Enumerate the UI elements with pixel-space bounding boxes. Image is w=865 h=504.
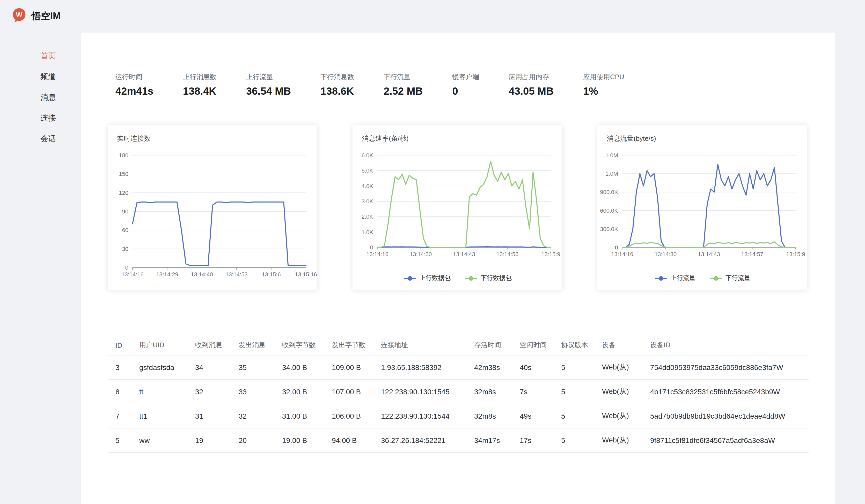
table-header-row: ID用户UID收到消息发出消息收到字节数发出字节数连接地址存活时间空闲时间协议版… <box>108 335 809 355</box>
legend-label: 上行流量 <box>671 274 695 282</box>
table-row: 5ww192019.00 B94.00 B36.27.26.184:522213… <box>108 428 809 453</box>
legend-item[interactable]: 上行数据包 <box>403 274 451 282</box>
table-cell: 33 <box>231 379 274 404</box>
stat-label: 上行流量 <box>246 72 291 82</box>
legend-item[interactable]: 下行数据包 <box>464 274 512 282</box>
table-cell: 9f8711c5f81dfe6f34567a5adf6a3e8aW <box>643 428 809 453</box>
table-header-cell: 设备ID <box>643 335 809 355</box>
stat-app-memory: 应用占用内存 43.05 MB <box>509 72 553 97</box>
svg-text:13:15:9: 13:15:9 <box>786 251 805 257</box>
connections-table-body: 3gsfdasfsda343534.00 B109.00 B1.93.65.18… <box>108 355 809 453</box>
svg-text:120: 120 <box>119 190 128 196</box>
sidebar-item-connections[interactable]: 连接 <box>0 113 81 123</box>
table-cell: 36.27.26.184:52221 <box>373 428 466 453</box>
table-cell: 107.00 B <box>324 379 373 404</box>
table-cell: 34.00 B <box>274 355 324 379</box>
chart-legend: 上行流量下行流量 <box>597 274 807 282</box>
svg-text:13:14:30: 13:14:30 <box>655 251 677 257</box>
table-cell: 35 <box>231 355 274 379</box>
svg-text:13:15:6: 13:15:6 <box>262 271 280 278</box>
table-cell: 106.00 B <box>324 404 373 428</box>
table-header-cell: 设备 <box>594 335 643 355</box>
top-header: W 悟空IM <box>0 0 60 32</box>
svg-text:13:14:43: 13:14:43 <box>453 251 475 257</box>
table-cell: Web(从) <box>594 379 643 404</box>
table-row: 7tt1313231.00 B106.00 B122.238.90.130:15… <box>108 404 809 428</box>
table-header-cell: 收到字节数 <box>274 335 324 355</box>
table-cell: gsfdasfsda <box>131 355 187 379</box>
legend-item[interactable]: 上行流量 <box>654 274 695 282</box>
table-cell: tt1 <box>131 404 187 428</box>
svg-text:180: 180 <box>119 152 128 159</box>
legend-item[interactable]: 下行流量 <box>709 274 750 282</box>
svg-text:13:14:16: 13:14:16 <box>366 251 389 257</box>
svg-text:13:15:9: 13:15:9 <box>541 251 560 257</box>
svg-text:4.0K: 4.0K <box>361 183 373 189</box>
sidebar-item-messages[interactable]: 消息 <box>0 92 81 103</box>
table-header-cell: 收到消息 <box>187 335 231 355</box>
svg-text:13:14:56: 13:14:56 <box>496 251 519 257</box>
table-header-cell: 空闲时间 <box>512 335 553 355</box>
svg-text:0: 0 <box>615 244 618 251</box>
connections-chart: 实时连接数 030609012015018013:14:1613:14:2913… <box>108 125 317 290</box>
stat-value: 36.54 MB <box>246 85 291 97</box>
svg-text:6.0K: 6.0K <box>361 152 373 159</box>
stat-downstream-traffic: 下行流量 2.52 MB <box>383 72 423 97</box>
table-cell: 4b171c53c832531c5f6bfc58ce5243b9W <box>643 379 809 404</box>
stat-app-cpu: 应用使用CPU 1% <box>583 72 624 97</box>
table-cell: Web(从) <box>594 355 643 379</box>
table-cell: 122.238.90.130:1544 <box>373 404 466 428</box>
stat-label: 慢客户端 <box>452 72 479 82</box>
message-rate-chart: 消息速率(条/秒) 01.0K2.0K3.0K4.0K5.0K6.0K13:14… <box>353 125 562 290</box>
stat-label: 下行消息数 <box>321 72 354 82</box>
legend-label: 上行数据包 <box>419 274 451 282</box>
stat-value: 2.52 MB <box>383 85 423 97</box>
table-cell: Web(从) <box>594 428 643 453</box>
sidebar-item-channels[interactable]: 频道 <box>0 71 81 82</box>
stat-label: 上行消息数 <box>183 72 217 82</box>
chart-legend: 上行数据包下行数据包 <box>353 274 562 282</box>
svg-text:13:14:43: 13:14:43 <box>698 251 720 257</box>
table-cell: 8 <box>108 379 131 404</box>
stats-row: 运行时间 42m41s 上行消息数 138.4K 上行流量 36.54 MB 下… <box>115 72 624 97</box>
sidebar-nav: 首页 频道 消息 连接 会话 <box>0 51 81 154</box>
svg-text:5.0K: 5.0K <box>361 167 373 174</box>
table-cell: 109.00 B <box>324 355 373 379</box>
charts-row: 实时连接数 030609012015018013:14:1613:14:2913… <box>108 125 807 290</box>
stat-label: 应用占用内存 <box>509 72 553 82</box>
svg-text:0: 0 <box>370 244 373 251</box>
table-cell: 5 <box>553 355 594 379</box>
svg-text:1.0M: 1.0M <box>606 152 618 159</box>
stat-upstream-traffic: 上行流量 36.54 MB <box>246 72 291 97</box>
table-cell: 1.93.65.188:58392 <box>373 355 466 379</box>
svg-text:13:14:53: 13:14:53 <box>226 271 248 278</box>
stat-value: 0 <box>452 85 479 97</box>
table-cell: 5 <box>553 379 594 404</box>
table-cell: 42m38s <box>466 355 512 379</box>
sidebar-item-conversations[interactable]: 会话 <box>0 133 81 144</box>
table-cell: tt <box>131 379 187 404</box>
svg-text:1.0K: 1.0K <box>361 229 373 235</box>
table-cell: 34m17s <box>466 428 512 453</box>
table-cell: 94.00 B <box>324 428 373 453</box>
table-header-cell: 用户UID <box>131 335 187 355</box>
table-cell: 5 <box>553 404 594 428</box>
stat-value: 1% <box>583 85 624 97</box>
dashboard-page: W 悟空IM 首页 频道 消息 连接 会话 运行时间 42m41s 上行消息数 … <box>0 0 865 504</box>
stat-value: 138.4K <box>183 85 217 97</box>
table-cell: 754dd0953975daa33c6059dc886e3fa7W <box>643 355 809 379</box>
table-cell: 5 <box>553 428 594 453</box>
app-title: 悟空IM <box>32 10 60 22</box>
table-header-cell: ID <box>108 335 131 355</box>
stat-downstream-messages: 下行消息数 138.6K <box>321 72 354 97</box>
svg-text:13:15:16: 13:15:16 <box>295 271 317 278</box>
svg-text:1.0M: 1.0M <box>606 171 618 177</box>
sidebar-item-home[interactable]: 首页 <box>0 51 81 61</box>
message-traffic-chart: 消息流量(byte/s) 0300.0K600.0K900.0K1.0M1.0M… <box>597 125 807 290</box>
app-logo-icon: W <box>11 7 27 25</box>
svg-text:3.0K: 3.0K <box>361 198 373 204</box>
table-cell: ww <box>131 428 187 453</box>
svg-text:600.0K: 600.0K <box>600 208 618 214</box>
legend-label: 下行流量 <box>726 274 750 282</box>
svg-text:150: 150 <box>119 171 128 177</box>
